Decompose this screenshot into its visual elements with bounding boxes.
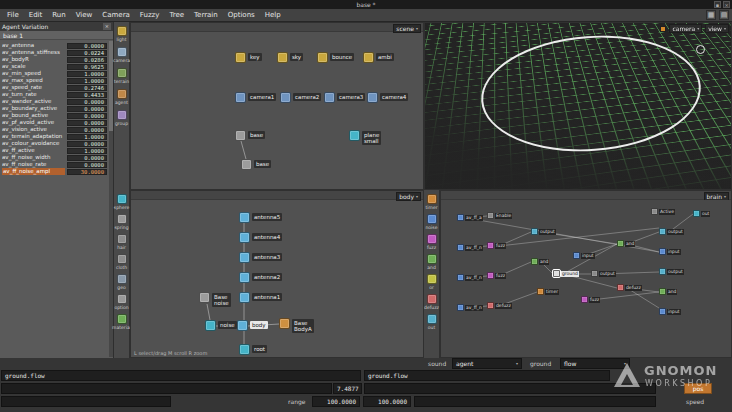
window-titlebar[interactable]: base * ▪ ×	[0, 0, 732, 9]
brain-node[interactable]: fuzz	[487, 272, 506, 279]
body-node[interactable]: antenna1	[239, 292, 282, 303]
palette-item[interactable]: terrain	[114, 68, 130, 84]
scene-node[interactable]: camera2	[280, 92, 321, 103]
body-node[interactable]: Base noise	[199, 292, 231, 307]
param-value-field[interactable]: 1.0000	[67, 71, 107, 77]
body-node[interactable]: antenna4	[239, 232, 282, 243]
param-value-field[interactable]: 0.0000	[67, 113, 107, 119]
palette-item[interactable]: out	[424, 314, 440, 330]
brain-node[interactable]: output	[659, 228, 684, 235]
scene-node[interactable]: plane small	[349, 130, 381, 145]
palette-item[interactable]: light	[114, 26, 130, 42]
menu-item[interactable]: Help	[260, 9, 286, 21]
body-node[interactable]: Base BodyA	[279, 318, 314, 333]
scene-node[interactable]: camera3	[324, 92, 365, 103]
scene-graph-area[interactable]: key sky bounce ambi	[131, 32, 423, 189]
value-field[interactable]: 7.4877	[333, 383, 362, 394]
view-selector[interactable]: view ▾	[705, 24, 729, 33]
scene-node[interactable]: bounce	[317, 52, 354, 63]
menu-item[interactable]: Run	[47, 9, 70, 21]
scene-node[interactable]: base	[241, 159, 271, 170]
param-value-field[interactable]: 0.0000	[67, 141, 107, 147]
palette-item[interactable]: agent	[114, 89, 130, 105]
param-value-field[interactable]: 0.0000	[67, 162, 107, 168]
body-node[interactable]: body	[237, 320, 268, 331]
scene-node[interactable]: base	[235, 130, 265, 141]
close-icon[interactable]: ×	[723, 1, 730, 8]
palette-item[interactable]: fuzz	[424, 234, 440, 250]
brain-node[interactable]: output	[591, 270, 616, 277]
brain-node[interactable]: fuzz	[581, 296, 600, 303]
flow-combo[interactable]: flow ▾	[560, 358, 630, 369]
range-min-field[interactable]: 100.0000	[312, 396, 360, 407]
param-value-field[interactable]: 0.0000	[67, 43, 107, 49]
palette-item[interactable]: geo	[114, 274, 130, 290]
brain-node[interactable]: and	[659, 288, 677, 295]
speed-slider[interactable]	[414, 396, 656, 407]
brain-node[interactable]: fuzz	[487, 242, 506, 249]
viewport-3d[interactable]: camera ▾ view ▾	[424, 22, 732, 190]
brain-node[interactable]: input	[659, 248, 681, 255]
palette-item[interactable]: and	[424, 254, 440, 270]
menu-item[interactable]: Fuzzy	[135, 9, 165, 21]
palette-item[interactable]: group	[114, 110, 130, 126]
menu-item[interactable]: Edit	[24, 9, 48, 21]
palette-item[interactable]: material	[114, 314, 130, 330]
palette-item[interactable]: hair	[114, 234, 130, 250]
palette-item[interactable]: sphere	[114, 194, 130, 210]
body-node[interactable]: antenna5	[239, 212, 282, 223]
param-value-field[interactable]: 1.0000	[67, 148, 107, 154]
param-value-field[interactable]: 0.0000	[67, 155, 107, 161]
scene-node[interactable]: camera1	[235, 92, 276, 103]
param-value-field[interactable]: 1.0000	[67, 78, 107, 84]
field-path-right[interactable]: ground.flow	[364, 370, 610, 381]
palette-item[interactable]: or	[424, 274, 440, 290]
layout-rows-icon[interactable]: ▤	[719, 10, 729, 20]
body-node[interactable]: antenna2	[239, 272, 282, 283]
scrollbar[interactable]	[109, 41, 113, 357]
palette-item[interactable]: noise	[424, 214, 440, 230]
palette-item[interactable]: defuzz	[424, 294, 440, 310]
agent-variation-header[interactable]: Agent Variation ×	[0, 22, 113, 31]
palette-item[interactable]: timer	[424, 194, 440, 210]
param-value-field[interactable]: 0.2746	[67, 85, 107, 91]
pos-button[interactable]: pos	[684, 383, 712, 394]
palette-item[interactable]: spring	[114, 214, 130, 230]
brain-node[interactable]: Enable	[487, 212, 512, 219]
param-value-field[interactable]: 0.9625	[67, 64, 107, 70]
param-value-field[interactable]: 1.0000	[67, 134, 107, 140]
brain-node[interactable]: out	[693, 210, 710, 217]
minimize-icon[interactable]: ▪	[714, 1, 721, 8]
scene-node[interactable]: key	[235, 52, 262, 63]
range-slider[interactable]	[1, 396, 171, 407]
menu-item[interactable]: Terrain	[189, 9, 223, 21]
brain-node[interactable]: and	[617, 240, 635, 247]
brain-node[interactable]: ground	[553, 270, 579, 277]
camera-selector[interactable]: camera ▾	[669, 24, 702, 33]
palette-item[interactable]: option	[114, 294, 130, 310]
param-value-field[interactable]: 0.0286	[67, 57, 107, 63]
param-value-field[interactable]: 0.0000	[67, 127, 107, 133]
scene-node[interactable]: ambi	[363, 52, 394, 63]
brain-node[interactable]: Active	[651, 208, 675, 215]
menu-item[interactable]: View	[71, 9, 98, 21]
brain-node[interactable]: defuzz	[487, 302, 512, 309]
brain-graph-area[interactable]: av_ff_a Enable av_ff_n fuzz	[441, 200, 731, 357]
agent-combo[interactable]: agent ▾	[452, 358, 522, 369]
palette-item[interactable]: cloth	[114, 254, 130, 270]
brain-node[interactable]: timer	[537, 288, 559, 295]
brain-node[interactable]: output	[659, 268, 684, 275]
param-value-field[interactable]: 0.0224	[67, 50, 107, 56]
param-value-field[interactable]: 0.4433	[67, 92, 107, 98]
brain-node[interactable]: input	[659, 308, 681, 315]
close-icon[interactable]: ×	[103, 23, 111, 30]
param-value-field[interactable]: 0.0000	[67, 120, 107, 126]
body-node[interactable]: antenna3	[239, 252, 282, 263]
palette-item[interactable]: camera	[114, 47, 130, 63]
brain-node[interactable]: av_ff_a	[457, 214, 483, 221]
menu-item[interactable]: File	[2, 9, 24, 21]
layout-grid-icon[interactable]: ▦	[706, 10, 716, 20]
brain-node[interactable]: av_ff_n	[457, 244, 483, 251]
brain-node[interactable]: input	[573, 252, 595, 259]
menu-item[interactable]: Tree	[164, 9, 189, 21]
